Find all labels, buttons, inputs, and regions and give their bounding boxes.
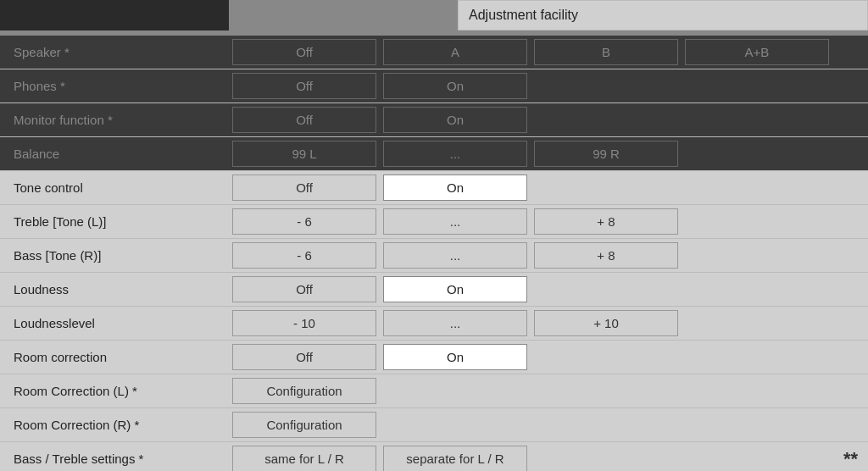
table-row: Speaker *OffABA+B [0, 36, 868, 69]
cell-0[interactable]: - 10 [232, 310, 376, 336]
cell-1[interactable]: On [383, 276, 527, 302]
table-row: Bass / Treble settings *same for L / Rse… [0, 442, 868, 471]
cell-2[interactable]: + 10 [534, 310, 678, 336]
cell-0[interactable]: Off [232, 344, 376, 370]
header-title-text: Adjustment facility [469, 8, 578, 22]
row-cells: - 6...+ 8 [229, 239, 868, 272]
table-row: Monitor function *OffOn [0, 103, 868, 137]
cell-1[interactable]: A [383, 39, 527, 65]
table-row: Room Correction (R) *Configuration [0, 408, 868, 442]
table-row: Treble [Tone (L)]- 6...+ 8 [0, 205, 868, 239]
header-title: Adjustment facility [458, 0, 868, 30]
row-cells: OffOn [229, 171, 868, 204]
row-label: Room Correction (R) * [0, 411, 229, 439]
cell-0[interactable]: same for L / R [232, 446, 376, 471]
row-label: Treble [Tone (L)] [0, 208, 229, 236]
cell-0[interactable]: Off [232, 276, 376, 302]
row-cells: OffOn [229, 341, 868, 374]
row-cells: Configuration [229, 408, 868, 441]
row-cells: same for L / Rseparate for L / R** [229, 442, 868, 471]
row-cells: Configuration [229, 374, 868, 407]
row-cells: 99 L...99 R [229, 137, 868, 170]
row-label: Bass / Treble settings * [0, 445, 229, 471]
cell-1[interactable]: On [383, 344, 527, 370]
cell-2[interactable]: + 8 [534, 208, 678, 235]
table-row: Room correctionOffOn [0, 341, 868, 374]
cell-0[interactable]: Off [232, 107, 376, 133]
row-cells: OffOn [229, 69, 868, 103]
cell-2[interactable]: + 8 [534, 242, 678, 269]
row-label: Room Correction (L) * [0, 377, 229, 405]
cell-0[interactable]: Off [232, 73, 376, 99]
cell-1[interactable]: On [383, 73, 527, 99]
cell-0[interactable]: - 6 [232, 208, 376, 235]
double-star: ** [843, 448, 868, 470]
cell-2[interactable]: 99 R [534, 141, 678, 167]
table-row: Tone controlOffOn [0, 171, 868, 205]
content-layout: Speaker *OffABA+BPhones *OffOnMonitor fu… [0, 30, 868, 466]
row-label: Loudness [0, 275, 229, 303]
cell-0[interactable]: - 6 [232, 242, 376, 269]
row-cells: - 10...+ 10 [229, 307, 868, 340]
main-container: Adjustment facility Speaker *OffABA+BPho… [0, 0, 868, 471]
table-row: Bass [Tone (R)]- 6...+ 8 [0, 239, 868, 273]
cell-1[interactable]: ... [383, 208, 527, 235]
cell-0[interactable]: Off [232, 175, 376, 201]
row-label: Loudnesslevel [0, 309, 229, 337]
row-label: Bass [Tone (R)] [0, 241, 229, 269]
row-label: Tone control [0, 174, 229, 202]
table-row: Balance99 L...99 R [0, 137, 868, 171]
row-label: Room correction [0, 343, 229, 371]
row-cells: OffABA+B [229, 36, 868, 69]
cell-0[interactable]: 99 L [232, 141, 376, 167]
cell-0[interactable]: Configuration [232, 412, 376, 438]
cell-0[interactable]: Configuration [232, 378, 376, 404]
table-row: Room Correction (L) *Configuration [0, 374, 868, 408]
cell-3[interactable]: A+B [685, 39, 829, 65]
row-label: Balance [0, 140, 229, 168]
cell-1[interactable]: ... [383, 141, 527, 167]
cell-2[interactable]: B [534, 39, 678, 65]
table-row: Phones *OffOn [0, 69, 868, 103]
cell-0[interactable]: Off [232, 39, 376, 65]
cell-1[interactable]: ... [383, 242, 527, 269]
table-row: LoudnessOffOn [0, 273, 868, 307]
row-cells: - 6...+ 8 [229, 205, 868, 238]
row-label: Monitor function * [0, 106, 229, 134]
row-label: Speaker * [0, 38, 229, 66]
row-label: Phones * [0, 72, 229, 100]
cell-1[interactable]: On [383, 107, 527, 133]
table-row: Loudnesslevel- 10...+ 10 [0, 307, 868, 341]
row-cells: OffOn [229, 273, 868, 306]
cell-1[interactable]: On [383, 175, 527, 201]
cell-1[interactable]: separate for L / R [383, 446, 527, 471]
row-cells: OffOn [229, 103, 868, 136]
cell-1[interactable]: ... [383, 310, 527, 336]
